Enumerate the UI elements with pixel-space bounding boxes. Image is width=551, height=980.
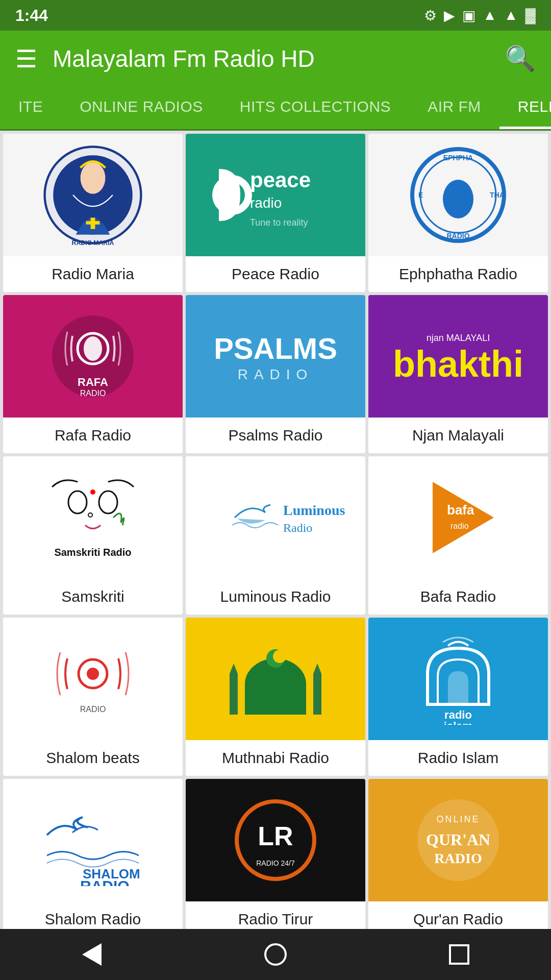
- card-label-peace-radio: Peace Radio: [186, 256, 365, 292]
- svg-text:bhakthi: bhakthi: [393, 344, 523, 384]
- svg-text:RADIO: RADIO: [80, 877, 130, 886]
- card-njan-malayali[interactable]: njan MALAYALI bhakthi Njan Malayali: [368, 295, 548, 453]
- card-peace-radio[interactable]: peace radio Tune to reality Peace Radio: [186, 134, 365, 292]
- svg-marker-45: [230, 664, 238, 674]
- svg-marker-33: [433, 482, 494, 553]
- card-label-ephphatha-radio: Ephphatha Radio: [368, 256, 548, 292]
- svg-point-2: [81, 162, 106, 194]
- card-label-bafa-radio: Bafa Radio: [368, 579, 548, 615]
- svg-text:bafa: bafa: [447, 502, 474, 518]
- svg-point-19: [84, 336, 102, 361]
- tab-religion[interactable]: Religion: [499, 87, 551, 129]
- svg-text:RADIO: RADIO: [446, 232, 469, 240]
- svg-text:RADIO MARIA: RADIO MARIA: [72, 239, 114, 246]
- svg-text:Luminous: Luminous: [283, 502, 345, 518]
- card-label-shalom-beats: Shalom beats: [3, 740, 183, 776]
- tab-bar: ite Online Radios Hits Collections Air F…: [0, 87, 551, 131]
- svg-text:PSALMS: PSALMS: [214, 332, 337, 365]
- card-quran-radio[interactable]: ONLINE QUR'AN RADIO Qur'an Radio: [368, 779, 548, 937]
- card-label-muthnabi-radio: Muthnabi Radio: [186, 740, 365, 776]
- svg-text:EPHPHA: EPHPHA: [443, 154, 473, 162]
- recents-button[interactable]: [444, 939, 474, 970]
- svg-text:RADIO 24/7: RADIO 24/7: [256, 859, 295, 867]
- card-psalms-radio[interactable]: PSALMS RADIO Psalms Radio: [186, 295, 365, 453]
- tab-hits-collections[interactable]: Hits Collections: [221, 87, 409, 129]
- svg-text:RAFA: RAFA: [78, 376, 108, 388]
- radio-grid: RADIO MARIA Radio Maria peace radio Tune…: [0, 131, 551, 940]
- svg-text:Radio: Radio: [283, 521, 312, 534]
- svg-point-37: [87, 668, 99, 680]
- card-radio-maria[interactable]: RADIO MARIA Radio Maria: [3, 134, 183, 292]
- svg-text:Tune to reality: Tune to reality: [250, 217, 308, 228]
- svg-rect-44: [230, 674, 238, 715]
- signal-icon: ▲: [504, 7, 518, 23]
- svg-rect-4: [86, 221, 100, 225]
- svg-point-27: [99, 491, 117, 513]
- card-bafa-radio[interactable]: bafa radio Bafa Radio: [368, 456, 548, 615]
- tab-ite[interactable]: ite: [0, 87, 61, 129]
- app-title: Malayalam Fm Radio HD: [53, 45, 490, 72]
- card-label-luminous-radio: Luminous Radio: [186, 579, 365, 615]
- card-label-radio-maria: Radio Maria: [3, 256, 183, 292]
- storage-icon: ▣: [462, 7, 475, 24]
- card-ephphatha-radio[interactable]: EPHPHA RADIO E THA Ephphatha Radio: [368, 134, 548, 292]
- svg-point-29: [88, 513, 92, 517]
- svg-text:E: E: [418, 191, 423, 199]
- card-radio-tirur[interactable]: LR RADIO 24/7 Radio Tirur: [186, 779, 365, 937]
- tab-air-fm[interactable]: Air Fm: [409, 87, 499, 129]
- card-samskriti[interactable]: Samskriti Radio Samskriti: [3, 456, 183, 615]
- card-muthnabi-radio[interactable]: Muthnabi Radio: [186, 618, 365, 776]
- status-icons: ⚙ ▶ ▣ ▲ ▲ ▓: [424, 7, 536, 24]
- menu-icon[interactable]: ☰: [15, 44, 37, 73]
- svg-text:QUR'AN: QUR'AN: [426, 830, 490, 849]
- nav-bar: [0, 929, 551, 980]
- svg-marker-47: [313, 664, 321, 674]
- app-bar: ☰ Malayalam Fm Radio HD 🔍: [0, 31, 551, 87]
- svg-text:islam: islam: [444, 720, 472, 725]
- svg-text:RADIO: RADIO: [434, 850, 482, 866]
- status-bar: 1:44 ⚙ ▶ ▣ ▲ ▲ ▓: [0, 0, 551, 31]
- svg-text:THA: THA: [490, 191, 505, 199]
- svg-text:RADIO: RADIO: [238, 366, 314, 382]
- card-label-njan-malayali: Njan Malayali: [368, 418, 548, 453]
- card-luminous-radio[interactable]: Luminous Radio Luminous Radio: [186, 456, 365, 615]
- svg-text:Samskriti Radio: Samskriti Radio: [54, 547, 131, 558]
- card-label-radio-islam: Radio Islam: [368, 740, 548, 776]
- card-radio-islam[interactable]: radio islam Radio Islam: [368, 618, 548, 776]
- back-button[interactable]: [77, 939, 107, 970]
- card-label-rafa-radio: Rafa Radio: [3, 418, 183, 453]
- card-shalom-beats[interactable]: RADIO Shalom beats: [3, 618, 183, 776]
- svg-text:peace: peace: [250, 168, 311, 192]
- svg-text:radio: radio: [250, 195, 282, 211]
- svg-text:LR: LR: [258, 821, 293, 851]
- status-time: 1:44: [15, 6, 48, 25]
- battery-icon: ▓: [525, 7, 536, 23]
- search-icon[interactable]: 🔍: [505, 44, 536, 73]
- card-shalom-radio[interactable]: SHALOM RADIO Shalom Radio: [3, 779, 183, 937]
- home-button[interactable]: [260, 939, 291, 970]
- svg-rect-46: [313, 674, 321, 715]
- svg-text:radio: radio: [450, 522, 469, 530]
- settings-icon: ⚙: [424, 7, 437, 24]
- card-rafa-radio[interactable]: RAFA RADIO Rafa Radio: [3, 295, 183, 453]
- svg-text:ONLINE: ONLINE: [436, 814, 480, 824]
- wifi-icon: ▲: [483, 7, 497, 23]
- play-icon: ▶: [444, 7, 455, 24]
- card-label-samskriti: Samskriti: [3, 579, 183, 615]
- svg-text:RADIO: RADIO: [80, 705, 106, 714]
- svg-text:njan MALAYALI: njan MALAYALI: [427, 333, 490, 343]
- svg-point-28: [90, 489, 95, 495]
- svg-text:RADIO: RADIO: [80, 389, 106, 398]
- svg-point-26: [68, 491, 87, 513]
- tab-online-radios[interactable]: Online Radios: [61, 87, 221, 129]
- card-label-psalms-radio: Psalms Radio: [186, 418, 365, 453]
